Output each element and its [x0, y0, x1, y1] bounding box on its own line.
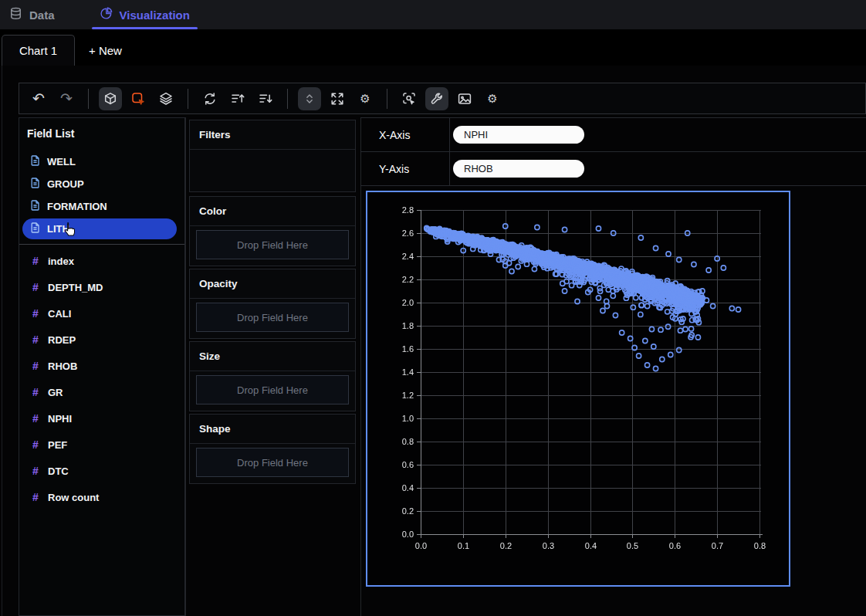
- opacity-header: Opacity: [190, 269, 355, 299]
- field-item-nphi[interactable]: # NPHI: [19, 405, 184, 432]
- field-item-dtc[interactable]: # DTC: [19, 458, 184, 484]
- field-item-gr[interactable]: # GR: [19, 379, 184, 405]
- field-item-index[interactable]: # index: [19, 248, 184, 274]
- measure-hash-icon: #: [30, 255, 41, 267]
- field-item-depth-md[interactable]: # DEPTH_MD: [19, 274, 184, 300]
- panel-divider: [185, 117, 186, 616]
- dimension-doc-icon: [30, 155, 40, 168]
- field-item-rdep[interactable]: # RDEP: [19, 327, 184, 353]
- pie-chart-icon: [100, 7, 113, 22]
- explore-icon[interactable]: [397, 87, 421, 110]
- field-item-lith-selected[interactable]: LITH: [22, 218, 177, 239]
- chart-container[interactable]: [366, 191, 790, 587]
- tab-data-label: Data: [29, 8, 55, 22]
- transpose-icon[interactable]: [198, 87, 222, 110]
- field-list-title: Field List: [19, 127, 184, 140]
- filters-header: Filters: [190, 120, 355, 150]
- field-label: PEF: [48, 439, 67, 451]
- new-chart-button[interactable]: + New: [83, 35, 128, 66]
- field-label: index: [48, 256, 74, 267]
- dimension-doc-icon: [30, 178, 40, 191]
- field-label: CALI: [48, 308, 71, 320]
- top-nav: Data Visualization: [0, 0, 866, 29]
- toolbar-divider: [88, 89, 89, 109]
- field-label: LITH: [47, 223, 69, 235]
- field-label: GR: [48, 387, 63, 398]
- y-axis-label: Y-Axis: [360, 152, 450, 185]
- toolbar-divider: [287, 89, 288, 109]
- y-axis-row: Y-Axis RHOB: [360, 152, 866, 186]
- size-mode-stepper[interactable]: [298, 87, 321, 110]
- field-item-rhob[interactable]: # RHOB: [19, 353, 184, 379]
- measure-hash-icon: #: [30, 333, 41, 346]
- opacity-dropzone[interactable]: Drop Field Here: [196, 303, 349, 332]
- sort-ascending-icon[interactable]: [226, 87, 249, 110]
- app-window: Data Visualization Chart 1 + New ↶ ↷: [0, 0, 866, 616]
- field-item-pef[interactable]: # PEF: [19, 432, 184, 458]
- toolbar-divider: [387, 89, 387, 109]
- mark-cube-icon[interactable]: [99, 87, 122, 110]
- shape-dropzone[interactable]: Drop Field Here: [196, 448, 349, 477]
- color-dropzone[interactable]: Drop Field Here: [196, 230, 349, 259]
- size-section: Size Drop Field Here: [189, 341, 356, 411]
- filters-dropzone[interactable]: [190, 150, 355, 191]
- field-label: GROUP: [47, 178, 84, 190]
- field-label: RDEP: [48, 334, 76, 346]
- field-list-divider: [19, 244, 184, 245]
- dimension-doc-icon: [30, 222, 40, 235]
- field-item-well[interactable]: WELL: [19, 151, 184, 173]
- y-axis-field-pill[interactable]: RHOB: [453, 160, 584, 178]
- color-section: Color Drop Field Here: [189, 196, 356, 266]
- chart-tab-1-label: Chart 1: [19, 44, 57, 57]
- field-item-cali[interactable]: # CALI: [19, 300, 184, 327]
- new-chart-label: + New: [89, 44, 122, 57]
- x-axis-field-pill[interactable]: NPHI: [453, 126, 584, 144]
- chart-tab-1[interactable]: Chart 1: [2, 35, 75, 66]
- toolbar: ↶ ↷: [19, 83, 866, 114]
- field-label: NPHI: [48, 413, 72, 425]
- export-image-icon[interactable]: [453, 87, 476, 110]
- layers-icon[interactable]: [154, 87, 178, 110]
- left-edge-line: [2, 66, 2, 616]
- tools-wrench-icon[interactable]: [425, 87, 448, 110]
- measure-hash-icon: #: [30, 438, 41, 451]
- shape-header: Shape: [190, 415, 355, 444]
- export-settings-gear-icon[interactable]: ⚙: [481, 87, 504, 110]
- tab-data[interactable]: Data: [9, 0, 55, 29]
- field-list-panel: Field List WELL GROUP FORMATION LITH: [19, 117, 185, 616]
- scatter-canvas[interactable]: [367, 192, 789, 585]
- resize-icon[interactable]: [326, 87, 349, 110]
- field-item-formation[interactable]: FORMATION: [19, 195, 184, 218]
- field-label: DTC: [48, 465, 69, 477]
- color-header: Color: [190, 197, 355, 226]
- x-axis-row: X-Axis NPHI: [360, 118, 866, 152]
- database-icon: [9, 7, 22, 22]
- x-axis-label: X-Axis: [360, 118, 450, 151]
- field-label: FORMATION: [47, 201, 107, 212]
- tab-visualization[interactable]: Visualization: [95, 0, 195, 29]
- opacity-section: Opacity Drop Field Here: [189, 269, 356, 339]
- redo-icon[interactable]: ↷: [55, 87, 78, 110]
- measure-hash-icon: #: [30, 491, 41, 503]
- tab-visualization-label: Visualization: [120, 8, 190, 22]
- encodings-column: Filters Color Drop Field Here Opacity Dr…: [189, 120, 356, 486]
- field-label: Row count: [48, 492, 99, 503]
- size-dropzone[interactable]: Drop Field Here: [196, 375, 349, 404]
- measure-hash-icon: #: [30, 307, 41, 320]
- measure-hash-icon: #: [30, 465, 41, 477]
- resize-settings-gear-icon[interactable]: ⚙: [354, 87, 377, 110]
- field-item-row-count[interactable]: # Row count: [19, 484, 184, 510]
- sort-descending-icon[interactable]: [254, 87, 277, 110]
- field-item-group[interactable]: GROUP: [19, 173, 184, 195]
- shape-section: Shape Drop Field Here: [189, 414, 356, 484]
- field-label: WELL: [47, 156, 76, 168]
- panel-divider: [360, 117, 361, 616]
- chart-tab-bar: Chart 1 + New: [0, 29, 866, 66]
- field-label: DEPTH_MD: [48, 282, 103, 293]
- toolbar-divider: [188, 89, 188, 109]
- aggregation-toggle-icon[interactable]: [127, 87, 150, 110]
- filters-section: Filters: [189, 120, 356, 192]
- undo-icon[interactable]: ↶: [27, 87, 50, 110]
- axis-rows: X-Axis NPHI Y-Axis RHOB: [360, 117, 866, 186]
- measure-hash-icon: #: [30, 412, 41, 425]
